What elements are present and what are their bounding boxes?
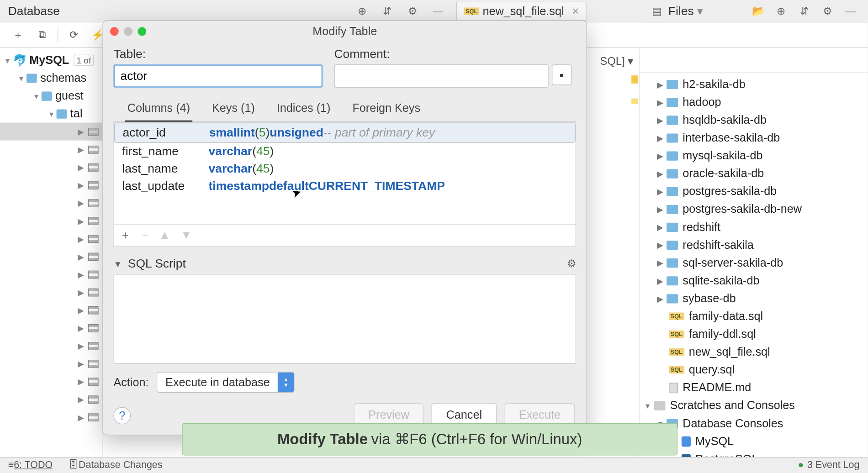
window-minimize-icon[interactable] [124, 27, 132, 36]
tree-table-row[interactable]: ▶ [0, 265, 102, 283]
editor-tab[interactable]: SQL new_sql_file.sql × [456, 1, 586, 21]
close-tab-icon[interactable]: × [572, 4, 579, 17]
tab-indices[interactable]: Indices (1) [275, 98, 333, 121]
tree-table-row[interactable]: ▶ [0, 319, 102, 337]
folder-item[interactable]: ▶redshift [640, 218, 868, 236]
sql-settings-icon[interactable]: ⚙ [567, 258, 576, 270]
gutter-warning-marker[interactable] [631, 75, 638, 84]
table-name-input[interactable] [113, 64, 323, 87]
tree-table-row[interactable]: ▶ [0, 230, 102, 247]
sql-file-item[interactable]: SQLfamily-ddl.sql [640, 325, 868, 343]
tree-table-row[interactable]: ▶ [0, 176, 102, 194]
tree-table-row[interactable]: ▶ [0, 141, 102, 158]
tree-table-row[interactable]: ▶ [0, 283, 102, 301]
folder-item[interactable]: ▶oracle-sakila-db [640, 165, 868, 183]
modify-table-dialog: Modify Table Table: Comment: ▪ Columns (… [102, 20, 587, 435]
scratches-node[interactable]: ▾Scratches and Consoles [640, 397, 868, 415]
tab-foreign-keys[interactable]: Foreign Keys [350, 98, 423, 121]
column-row[interactable]: last_namevarchar(45) [114, 160, 576, 178]
tree-table-row[interactable]: ▶ [0, 123, 102, 141]
remove-column-button[interactable]: − [142, 229, 148, 242]
select-arrows-icon: ▲▼ [278, 373, 294, 392]
action-select[interactable]: Execute in database ▲▼ [157, 372, 295, 393]
add-icon[interactable]: ⊕ [354, 3, 370, 19]
folder-item[interactable]: ▶postgres-sakila-db-new [640, 200, 868, 218]
tree-table-row[interactable]: ▶ [0, 301, 102, 319]
collapse-icon[interactable]: ⇵ [379, 3, 395, 19]
tree-table-row[interactable]: ▶ [0, 337, 102, 355]
folder-item[interactable]: ▶postgres-sakila-db [640, 183, 868, 200]
comment-field-label: Comment: [334, 47, 572, 61]
collapse-files-icon[interactable]: ⇵ [796, 3, 812, 19]
tree-tables-folder[interactable]: ▾tal [0, 105, 102, 123]
open-folder-icon[interactable]: 📂 [750, 3, 766, 19]
tree-table-row[interactable]: ▶ [0, 194, 102, 212]
action-label: Action: [113, 376, 148, 389]
sql-file-item[interactable]: SQLfamily-data.sql [640, 307, 868, 325]
expand-comment-button[interactable]: ▪ [552, 64, 572, 85]
sql-file-icon: SQL [464, 7, 479, 15]
files-panel-icon: ▤ [649, 3, 665, 19]
refresh-icon[interactable]: ⟳ [65, 26, 82, 43]
tree-table-row[interactable]: ▶ [0, 390, 102, 408]
sql-file-item[interactable]: SQLquery.sql [640, 361, 868, 379]
tab-keys[interactable]: Keys (1) [210, 98, 257, 121]
move-up-button[interactable]: ▲ [159, 229, 170, 242]
tree-schema-guest[interactable]: ▾guest [0, 87, 102, 105]
columns-toolbar: ＋ − ▲ ▼ [113, 225, 576, 247]
tree-table-row[interactable]: ▶ [0, 408, 102, 426]
tab-filename: new_sql_file.sql [482, 4, 564, 17]
settings-files-icon[interactable]: ⚙ [819, 3, 835, 19]
columns-list[interactable]: actor_idsmallint(5) unsigned -- part of … [113, 122, 576, 224]
folder-item[interactable]: ▶redshift-sakila [640, 236, 868, 254]
folder-item[interactable]: ▶sqlite-sakila-db [640, 272, 868, 289]
comment-input[interactable] [334, 64, 548, 87]
tree-schemas[interactable]: ▾schemas [0, 69, 102, 87]
folder-item[interactable]: ▶interbase-sakila-db [640, 129, 868, 147]
add-column-button[interactable]: ＋ [120, 227, 131, 243]
column-row[interactable]: first_namevarchar(45) [114, 143, 576, 160]
status-db-changes[interactable]: 🗄 Database Changes [69, 459, 162, 471]
folder-item[interactable]: ▶h2-sakila-db [640, 75, 868, 93]
status-event-log[interactable]: ●3 Event Log [798, 459, 859, 471]
tree-table-row[interactable]: ▶ [0, 355, 102, 373]
column-row[interactable]: actor_idsmallint(5) unsigned -- part of … [114, 122, 576, 142]
window-close-icon[interactable] [110, 27, 119, 36]
files-panel-header: ▤ Files ▾ 📂 ⊕ ⇵ ⚙ — [640, 0, 868, 22]
tree-datasource[interactable]: ▾🐬 MySQL 1 of [0, 51, 102, 69]
files-panel: ▶h2-sakila-db▶hadoop▶hsqldb-sakila-db▶in… [640, 48, 868, 457]
status-bar: ≡ 6: TODO 🗄 Database Changes ●3 Event Lo… [0, 457, 868, 473]
tree-table-row[interactable]: ▶ [0, 212, 102, 230]
help-button[interactable]: ? [113, 407, 131, 425]
tree-table-row[interactable]: ▶ [0, 158, 102, 176]
tree-table-row[interactable]: ▶ [0, 373, 102, 390]
folder-item[interactable]: ▶sql-server-sakila-db [640, 254, 868, 272]
dialect-selector[interactable]: SQL] ▾ [600, 55, 634, 68]
sql-file-item[interactable]: SQLnew_sql_file.sql [640, 343, 868, 361]
readme-file[interactable]: README.md [640, 379, 868, 397]
column-row[interactable]: last_updatetimestamp default CURRENT_TIM… [114, 177, 576, 194]
folder-item[interactable]: ▶sybase-db [640, 289, 868, 307]
sql-script-box[interactable] [113, 274, 576, 364]
collapse-sql-icon[interactable]: ▼ [113, 259, 122, 268]
window-zoom-icon[interactable] [138, 27, 146, 36]
database-tree: ▾🐬 MySQL 1 of ▾schemas ▾guest ▾tal ▶▶▶▶▶… [0, 48, 102, 457]
tree-table-row[interactable]: ▶ [0, 247, 102, 265]
settings-icon[interactable]: ⚙ [405, 3, 421, 19]
gutter-warning-marker[interactable] [631, 99, 638, 105]
tab-columns[interactable]: Columns (4) [125, 98, 192, 122]
folder-item[interactable]: ▶mysql-sakila-db [640, 147, 868, 165]
minimize-files-icon[interactable]: — [842, 3, 858, 19]
chevron-down-icon[interactable]: ▾ [697, 4, 703, 18]
new-icon[interactable]: ⊕ [773, 3, 789, 19]
move-down-button[interactable]: ▼ [180, 229, 192, 242]
folder-item[interactable]: ▶hsqldb-sakila-db [640, 111, 868, 129]
new-datasource-icon[interactable]: ＋ [9, 26, 26, 43]
files-panel-title: Files [668, 4, 694, 18]
database-panel-title: Database [0, 4, 68, 18]
duplicate-icon[interactable]: ⧉ [33, 26, 51, 43]
status-todo[interactable]: ≡ 6: TODO [8, 459, 53, 471]
minimize-icon[interactable]: — [430, 3, 446, 19]
sql-script-label: SQL Script [128, 257, 567, 270]
folder-item[interactable]: ▶hadoop [640, 93, 868, 111]
